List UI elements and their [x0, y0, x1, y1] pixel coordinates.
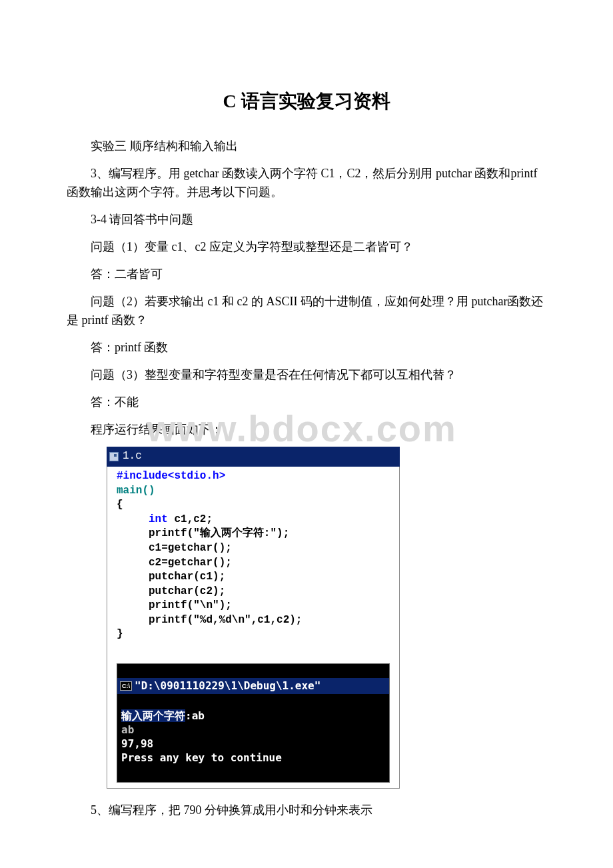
console-line: 97,98 [121, 737, 153, 750]
code-editor-window: 1.c #include<stdio.h> main() { int c1,c2… [107, 447, 400, 789]
file-icon [109, 452, 119, 461]
code-line: putchar(c2); [149, 585, 225, 597]
code-line: printf("\n"); [149, 599, 232, 611]
cmd-icon: C:\ [120, 681, 132, 691]
console-line: Press any key to continue [121, 751, 282, 764]
console-line: :ab [185, 709, 205, 722]
console-title-text: "D:\0901110229\1\Debug\1.exe" [135, 679, 320, 693]
code-keyword: int [149, 513, 168, 525]
paragraph: 程序运行结果画面如下： [67, 420, 546, 439]
paragraph: 问题（3）整型变量和字符型变量是否在任何情况下都可以互相代替？ [67, 365, 546, 385]
code-line: c2=getchar(); [149, 557, 232, 569]
code-line: putchar(c1); [149, 571, 225, 583]
code-line: c1,c2; [168, 513, 213, 525]
console-line: 输入两个字符 [121, 709, 185, 722]
paragraph: 答：printf 函数 [67, 338, 546, 357]
code-body: #include<stdio.h> main() { int c1,c2; pr… [107, 467, 400, 789]
console-line: ab [121, 723, 134, 736]
code-line: #include<stdio.h> [117, 470, 225, 482]
paragraph: 5、编写程序，把 790 分钟换算成用小时和分钟来表示 [67, 801, 546, 820]
paragraph: 问题（2）若要求输出 c1 和 c2 的 ASCII 码的十进制值，应如何处理？… [67, 292, 546, 331]
editor-filename: 1.c [123, 448, 142, 465]
code-line: printf("%d,%d\n",c1,c2); [149, 614, 302, 626]
paragraph: 3-4 请回答书中问题 [67, 210, 546, 229]
code-line: c1=getchar(); [149, 542, 232, 554]
paragraph: 实验三 顺序结构和输入输出 [67, 137, 546, 156]
code-line: } [117, 628, 123, 640]
code-line: printf("输入两个字符:"); [149, 527, 289, 539]
console-window: C:\"D:\0901110229\1\Debug\1.exe" 输入两个字符:… [117, 663, 390, 783]
code-line: { [117, 499, 123, 511]
paragraph: 问题（1）变量 c1、c2 应定义为字符型或整型还是二者皆可？ [67, 237, 546, 257]
paragraph: 答：不能 [67, 393, 546, 412]
console-output: 输入两个字符:ab ab 97,98 Press any key to cont… [117, 708, 389, 767]
console-titlebar: C:\"D:\0901110229\1\Debug\1.exe" [117, 678, 389, 694]
editor-titlebar: 1.c [107, 447, 400, 467]
paragraph: 3、编写程序。用 getchar 函数读入两个字符 C1，C2，然后分别用 pu… [67, 164, 546, 203]
paragraph: 答：二者皆可 [67, 265, 546, 284]
page-title: C 语言实验复习资料 [67, 87, 546, 117]
code-line: main() [117, 485, 155, 497]
